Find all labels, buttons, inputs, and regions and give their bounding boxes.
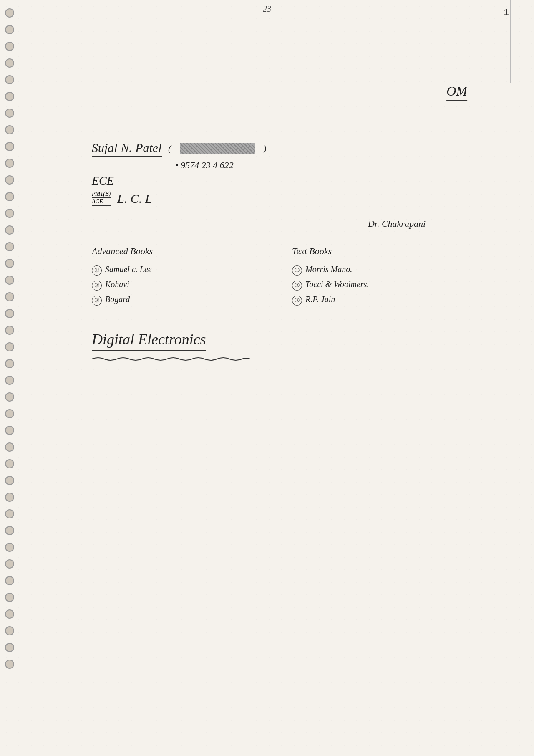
spiral-hole: [5, 159, 14, 168]
spiral-hole: [5, 142, 14, 151]
subject-section: Digital Electronics: [92, 331, 467, 363]
department: ECE: [92, 174, 467, 187]
book-number: ①: [292, 265, 302, 276]
spiral-hole: [5, 75, 14, 84]
notebook-page: 23 1 OM Sujal N. Patel ( ) • 9574 23 4 6…: [0, 0, 534, 756]
list-item: ③ R.P. Jain: [292, 295, 467, 306]
books-section: Advanced Books ① Samuel c. Lee ② Kohavi …: [92, 246, 467, 310]
advanced-books-column: Advanced Books ① Samuel c. Lee ② Kohavi …: [92, 246, 267, 310]
pm1cb-label: PM1(B): [92, 191, 111, 198]
spiral-hole: [5, 342, 14, 351]
spiral-hole: [5, 392, 14, 402]
book-title: Samuel c. Lee: [105, 265, 152, 274]
spiral-hole: [5, 326, 14, 335]
list-item: ① Morris Mano.: [292, 265, 467, 276]
om-heading: OM: [446, 83, 467, 99]
class-info-row: PM1(B) ACE L. C. L: [92, 191, 467, 206]
main-content: OM Sujal N. Patel ( ) • 9574 23 4 622 EC…: [92, 83, 467, 363]
book-title: R.P. Jain: [305, 295, 335, 304]
book-number: ③: [292, 296, 302, 306]
page-number: 1: [504, 8, 509, 18]
advanced-books-title: Advanced Books: [92, 246, 153, 258]
spiral-hole: [5, 476, 14, 485]
student-info-section: Sujal N. Patel ( ) • 9574 23 4 622 ECE P…: [92, 141, 467, 206]
spiral-hole: [5, 42, 14, 51]
ace-label: ACE: [92, 198, 111, 205]
phone-number: • 9574 23 4 622: [175, 160, 467, 171]
book-number: ③: [92, 296, 102, 306]
spiral-hole: [5, 58, 14, 68]
book-number: ②: [92, 281, 102, 291]
spiral-hole: [5, 459, 14, 468]
spiral-hole: [5, 25, 14, 34]
class-letters: L. C. L: [117, 192, 152, 206]
list-item: ① Samuel c. Lee: [92, 265, 267, 276]
spiral-hole: [5, 409, 14, 418]
spiral-hole: [5, 109, 14, 118]
spiral-hole: [5, 192, 14, 201]
subject-heading: Digital Electronics: [92, 331, 206, 348]
student-name: Sujal N. Patel: [92, 141, 162, 157]
spiral-hole: [5, 643, 14, 652]
spiral-hole: [5, 242, 14, 251]
spiral-hole: [5, 576, 14, 585]
spiral-hole: [5, 442, 14, 452]
advanced-books-list: ① Samuel c. Lee ② Kohavi ③ Bogard: [92, 265, 267, 306]
spiral-hole: [5, 292, 14, 301]
book-title: Morris Mano.: [305, 265, 352, 274]
list-item: ② Tocci & Woolmers.: [292, 280, 467, 291]
right-margin-line: [510, 0, 511, 83]
spiral-hole: [5, 276, 14, 285]
book-number: ①: [92, 265, 102, 276]
spiral-hole: [5, 259, 14, 268]
spiral-hole: [5, 559, 14, 569]
spiral-hole: [5, 609, 14, 619]
spiral-hole: [5, 509, 14, 518]
spiral-hole: [5, 376, 14, 385]
spiral-hole: [5, 543, 14, 552]
spiral-binding: [0, 0, 19, 756]
book-title: Tocci & Woolmers.: [305, 280, 369, 289]
spiral-hole: [5, 593, 14, 602]
list-item: ② Kohavi: [92, 280, 267, 291]
roll-number-redacted: [180, 143, 255, 154]
professor-name: Dr. Chakrapani: [92, 218, 426, 229]
wavy-underline: [92, 357, 250, 362]
spiral-hole: [5, 660, 14, 669]
student-name-line: Sujal N. Patel ( ): [92, 141, 467, 157]
book-title: Bogard: [105, 295, 130, 304]
spiral-hole: [5, 309, 14, 318]
spiral-hole: [5, 92, 14, 101]
text-books-title: Text Books: [292, 246, 332, 258]
spiral-hole: [5, 125, 14, 134]
spiral-hole: [5, 359, 14, 368]
page-marker: 23: [263, 4, 271, 14]
class-stacked-label: PM1(B) ACE: [92, 191, 111, 206]
spiral-hole: [5, 8, 14, 18]
text-books-list: ① Morris Mano. ② Tocci & Woolmers. ③ R.P…: [292, 265, 467, 306]
spiral-hole: [5, 426, 14, 435]
spiral-hole: [5, 626, 14, 635]
spiral-hole: [5, 493, 14, 502]
spiral-hole: [5, 526, 14, 535]
spiral-hole: [5, 175, 14, 185]
text-books-column: Text Books ① Morris Mano. ② Tocci & Wool…: [292, 246, 467, 310]
spiral-hole: [5, 225, 14, 235]
list-item: ③ Bogard: [92, 295, 267, 306]
spiral-hole: [5, 209, 14, 218]
book-number: ②: [292, 281, 302, 291]
book-title: Kohavi: [105, 280, 129, 289]
